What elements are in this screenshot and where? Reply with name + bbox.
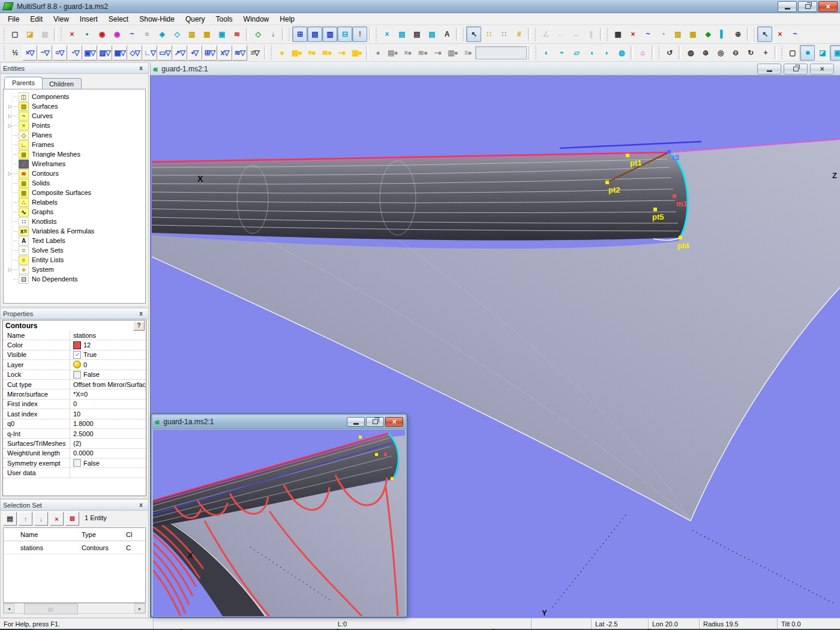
child-window[interactable]: « guard-1a.ms2:1 × <box>151 414 407 617</box>
filter-windows-button[interactable]: ⊞▽ <box>202 45 217 61</box>
column-header-name[interactable]: Name <box>4 531 80 538</box>
hide-entities-button[interactable]: ● <box>370 45 385 61</box>
property-value[interactable]: 0 <box>70 400 146 407</box>
property-value[interactable]: 0.0000 <box>70 449 146 457</box>
tree-item-variables-formulas[interactable]: x= Variables & Formulas <box>4 226 145 236</box>
measure-span-button[interactable]: ↔ <box>568 26 583 42</box>
tree-item-contours[interactable]: ≋ Contours <box>4 169 145 178</box>
tree-item-solve-sets[interactable]: = Solve Sets <box>4 245 145 255</box>
show-points-button[interactable]: ×● <box>304 45 319 61</box>
property-value[interactable]: 10 <box>70 410 146 418</box>
view-deck-button[interactable]: ◓ <box>554 45 569 61</box>
origin-frame-button[interactable]: ⊕ <box>730 26 745 42</box>
trimesh-by-mouse-button[interactable]: ▦ <box>685 26 700 42</box>
drag-point-button[interactable]: ~ <box>787 26 802 42</box>
filter-frames-button[interactable]: ∟▽ <box>142 45 157 61</box>
expand-icon[interactable] <box>7 180 13 187</box>
column-header-class[interactable]: Cl <box>125 531 145 538</box>
delete-entity-button[interactable]: × <box>64 26 79 42</box>
selection-move-up-button[interactable]: ↑ <box>19 512 32 526</box>
measure-offsets-button[interactable]: ∥ <box>583 26 598 42</box>
selection-move-down-button[interactable]: ↓ <box>34 512 48 526</box>
entities-window-button[interactable]: ▤ <box>307 26 322 42</box>
tree-item-planes[interactable]: ◇ Planes <box>4 130 145 140</box>
show-hidden-button[interactable]: −● <box>334 45 349 61</box>
filter-relabels-button[interactable]: ↗▽ <box>172 45 187 61</box>
menu-file[interactable]: File <box>2 14 25 25</box>
property-value[interactable]: False <box>70 459 146 467</box>
curve-by-mouse-button[interactable]: ~ <box>640 26 655 42</box>
properties-help-button[interactable]: ? <box>133 321 145 331</box>
display-outlined-button[interactable]: ▣ <box>830 45 840 61</box>
selection-reorder-button[interactable]: ▤ <box>3 512 17 526</box>
insert-composite-button[interactable]: ▧ <box>184 26 199 42</box>
expand-icon[interactable] <box>7 209 13 215</box>
tree-item-surfaces[interactable]: ▧ Surfaces <box>4 101 145 111</box>
filter-variables-button[interactable]: x▽ <box>217 45 232 61</box>
property-value[interactable]: True <box>70 351 146 359</box>
display-shaded-button[interactable]: ■ <box>800 45 815 61</box>
show-entities-button[interactable]: ● <box>274 45 289 61</box>
display-wireframe-button[interactable]: ▢ <box>785 45 800 61</box>
column-header-type[interactable]: Type <box>80 531 125 538</box>
expand-icon[interactable] <box>7 113 13 119</box>
measure-angle-button[interactable]: ∠ <box>538 26 553 42</box>
menu-query[interactable]: Query <box>180 14 211 25</box>
property-value[interactable]: 0 <box>70 361 146 368</box>
insert-trimesh-button[interactable]: ▦ <box>199 26 214 42</box>
delete-by-mouse-button[interactable]: × <box>772 26 787 42</box>
save-file-button[interactable]: ▦ <box>37 26 52 42</box>
tree-item-no-dependents[interactable]: ⊡ No Dependents <box>4 274 145 284</box>
filter-snakes-button[interactable]: ≈▽ <box>52 45 67 61</box>
expand-icon[interactable] <box>7 247 13 254</box>
hide-menu-button[interactable]: ≡● <box>460 45 475 61</box>
tab-children[interactable]: Children <box>41 78 82 89</box>
measure-distance-button[interactable]: ↔ <box>553 26 568 42</box>
menu-view[interactable]: View <box>48 14 74 25</box>
filter-trimeshes-button[interactable]: ▦▽ <box>112 45 127 61</box>
entities-close-icon[interactable]: x <box>136 64 146 73</box>
expand-icon[interactable] <box>7 257 13 263</box>
tree-item-entity-lists[interactable]: ≡ Entity Lists <box>4 255 145 265</box>
tree-item-system[interactable]: ∗ System <box>4 265 145 274</box>
hide-unselected-button[interactable]: −● <box>430 45 445 61</box>
menu-window[interactable]: Window <box>238 14 275 25</box>
insert-entity-menu-button[interactable]: ↓ <box>265 26 280 42</box>
property-value[interactable]: stations <box>70 332 146 339</box>
show-from-list-button[interactable]: ▤● <box>289 45 304 61</box>
display-fraction-button[interactable]: ½ <box>7 45 22 61</box>
insert-plane-button[interactable]: ◇ <box>250 26 265 42</box>
scroll-thumb[interactable]: ||| <box>24 604 78 614</box>
rotate-view-button[interactable]: ↻ <box>743 45 758 61</box>
show-contours-button[interactable]: ≋● <box>319 45 334 61</box>
expand-icon[interactable] <box>7 266 13 273</box>
child-viewport-canvas[interactable]: X <box>153 430 405 616</box>
expand-icon[interactable] <box>7 238 13 244</box>
property-value[interactable]: Offset from Mirror/Surface <box>70 381 146 388</box>
child-close-button[interactable]: × <box>385 417 403 427</box>
menu-edit[interactable]: Edit <box>25 14 48 25</box>
hide-list-button[interactable]: ▥● <box>445 45 460 61</box>
minimize-button[interactable] <box>778 1 797 12</box>
filter-solids-button[interactable]: ▣▽ <box>82 45 97 61</box>
filter-wireframes-button[interactable]: ▭▽ <box>157 45 172 61</box>
tree-item-solids[interactable]: ▣ Solids <box>4 178 145 188</box>
expand-icon[interactable] <box>7 218 13 225</box>
property-value-icon[interactable] <box>73 341 81 349</box>
child-minimize-button[interactable] <box>347 417 365 427</box>
property-value-icon[interactable] <box>73 351 81 359</box>
tree-item-relabels[interactable]: ∴ Relabels <box>4 197 145 207</box>
zoom-previous-button[interactable]: ◎ <box>713 45 728 61</box>
expand-icon[interactable] <box>7 103 13 110</box>
view-stern-button[interactable]: ◗ <box>599 45 614 61</box>
properties-panel-header[interactable]: Properties x <box>1 308 148 319</box>
hide-contours-button[interactable]: ≋● <box>415 45 430 61</box>
show-points-grid-button[interactable]: ∷ <box>481 26 496 42</box>
filter-composites-button[interactable]: ▧▽ <box>97 45 112 61</box>
hide-points-button[interactable]: ×● <box>400 45 415 61</box>
point-by-mouse-button[interactable]: × <box>625 26 640 42</box>
expand-icon[interactable] <box>7 151 13 158</box>
menu-show-hide[interactable]: Show-Hide <box>134 14 180 25</box>
frame-by-mouse-button[interactable]: ▍ <box>715 26 730 42</box>
selection-window-button[interactable]: ▥ <box>322 26 337 42</box>
